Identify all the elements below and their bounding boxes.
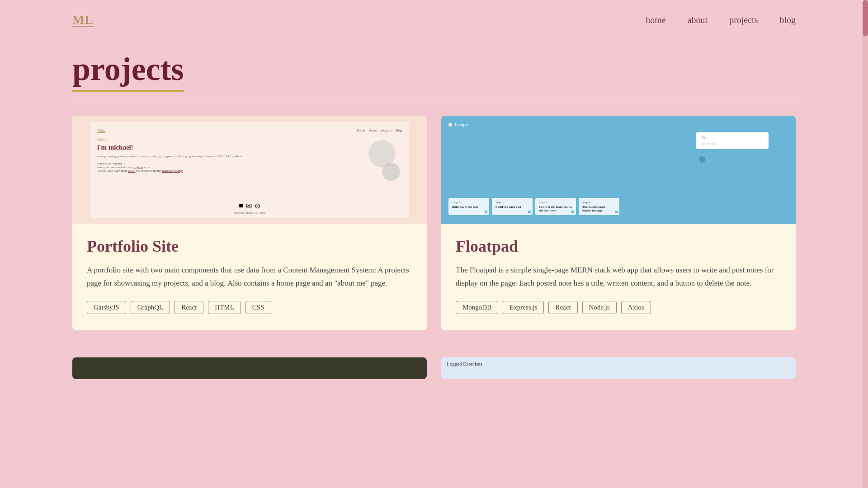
page-header: projects [0,40,868,101]
portfolio-thumb-inner: ML home about projects blog hello! i'm m… [90,122,409,217]
tag-css: CSS [245,301,271,314]
logged-exercises-label: Logged Exercises [447,361,482,366]
projects-grid-bottom: Logged Exercises [0,357,868,379]
nav-projects[interactable]: projects [729,15,758,25]
step-2: Step 2 Build the back end [492,198,533,215]
mini-links-text: wanna talk? say hi! → [97,162,402,165]
mini-desc: an engineering graduate who's currently … [97,154,402,159]
floatpad-title-bar: floatpad [448,122,470,127]
portfolio-tags: GatsbyJS GraphQL React HTML CSS [87,301,412,314]
nav-links: home about projects blog [646,15,796,25]
step-4-dot [615,211,618,213]
github-icon: ⊙ [255,202,260,210]
step-1: Step 1 Build the front end [448,198,489,215]
bottom-card-dark[interactable] [72,357,427,379]
step-3-text: Connect the front end to the back end [539,205,572,212]
floatpad-note: Title Take a note... [696,132,769,149]
floatpad-blue-dot [699,156,705,163]
step-1-text: Build the front end [452,205,486,209]
nav-home[interactable]: home [646,15,665,25]
mini-link-home: home [357,128,365,132]
step-2-text: Build the back end [495,205,529,209]
floatpad-title: Floatpad [456,237,781,256]
floatpad-card-body: Floatpad The Floatpad is a simple single… [441,224,796,330]
floatpad-steps: Step 1 Build the front end Step 2 Build … [448,198,619,215]
floatpad-tags: MongoDB Express.js React Node.js Axios [456,301,781,314]
bottom-card-light[interactable]: Logged Exercises [441,357,796,379]
step-2-dot [528,211,531,213]
floatpad-thumbnail: floatpad Title Take a note... Step 1 Bui… [441,116,796,224]
step-1-num: Step 1 [452,201,486,204]
floatpad-app-name: floatpad [455,122,470,127]
note-title-label: Title [701,136,764,140]
floatpad-desc: The Floatpad is a simple single-page MER… [456,264,781,290]
mini-projects-link: here, you can check out my projects → or [97,165,402,169]
tag-react: React [175,301,203,314]
tag-html: HTML [208,301,241,314]
nav-blog[interactable]: blog [779,15,796,25]
project-card-portfolio[interactable]: ML home about projects blog hello! i'm m… [72,116,427,330]
mini-link-projects: projects [380,128,392,132]
step-4: Step 4 The hardest part - deploy the app… [579,198,619,215]
portfolio-desc: A portfolio site with two main component… [87,264,412,290]
scrollbar[interactable] [863,0,868,488]
floatpad-thumb-bg: floatpad Title Take a note... Step 1 Bui… [441,116,796,224]
mini-hello: hello! [97,137,402,142]
portfolio-title: Portfolio Site [87,237,412,256]
project-card-floatpad[interactable]: floatpad Title Take a note... Step 1 Bui… [441,116,796,330]
note-placeholder: Take a note... [701,142,764,145]
tag-nodejs: Node.js [582,301,617,314]
mini-links: home about projects blog [357,128,402,132]
page-title: projects [72,51,184,92]
footer-icons: ■ ✉ ⊙ [90,202,409,210]
page-divider [72,101,796,101]
portfolio-thumbnail: ML home about projects blog hello! i'm m… [72,116,427,224]
mini-link-blog: blog [396,128,402,132]
step-1-dot [485,211,487,213]
floatpad-dot [448,123,452,127]
projects-grid: ML home about projects blog hello! i'm m… [0,116,868,357]
tag-react-2: React [548,301,577,314]
tag-graphql: GraphQL [131,301,170,314]
mini-nav: ML home about projects blog [97,127,402,133]
mini-logo: ML [97,127,105,133]
step-3-num: Step 3 [539,201,572,204]
dark-thumb [72,357,427,379]
site-logo[interactable]: ML [72,13,94,27]
tag-mongodb: MongoDB [456,301,498,314]
portfolio-thumb-bg: ML home about projects blog hello! i'm m… [72,116,427,224]
navigation: ML home about projects blog [0,0,868,40]
email-icon: ✉ [246,202,252,210]
tag-expressjs: Express.js [503,301,544,314]
step-4-num: Step 4 [582,201,616,204]
step-2-num: Step 2 [495,201,529,204]
linkedin-icon: ■ [239,202,243,210]
tag-axios: Axios [621,301,651,314]
mini-about-link: you can also learn more about me or chec… [97,169,402,173]
mini-footer: ■ ✉ ⊙ created by michael le // 2021 [90,202,409,214]
footer-text: created by michael le // 2021 [90,211,409,214]
step-4-text: The hardest part - deploy the app! [582,205,616,212]
mini-link-about: about [368,128,377,132]
scroll-thumb[interactable] [863,0,868,36]
light-thumb: Logged Exercises [441,357,796,379]
step-3: Step 3 Connect the front end to the back… [535,198,576,215]
circle-small [382,163,400,181]
tag-gatsbyjs: GatsbyJS [87,301,126,314]
step-3-dot [571,211,574,213]
mini-greeting: i'm michael! [97,144,402,151]
portfolio-card-body: Portfolio Site A portfolio site with two… [72,224,427,330]
nav-about[interactable]: about [688,15,708,25]
